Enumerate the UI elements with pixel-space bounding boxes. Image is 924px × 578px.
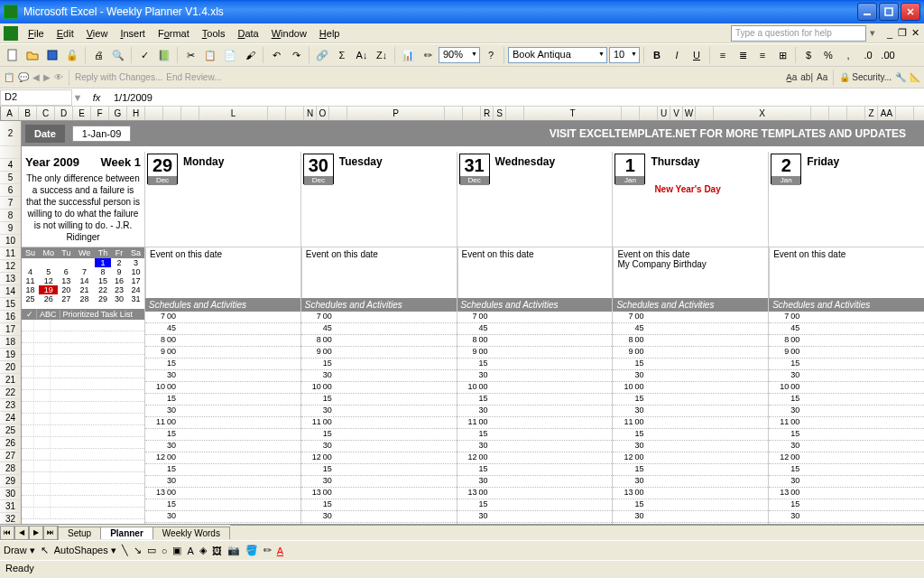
autoshapes-menu[interactable]: AutoShapes ▾ <box>54 545 116 556</box>
currency-icon[interactable]: $ <box>799 46 818 64</box>
col-header[interactable] <box>463 107 481 120</box>
tab-first-button[interactable]: ⏮ <box>0 526 14 540</box>
col-header[interactable] <box>163 107 181 120</box>
time-row[interactable]: 45 <box>457 323 613 335</box>
row-header[interactable]: 28 <box>0 462 21 475</box>
time-row[interactable]: 30 <box>457 441 613 452</box>
time-row[interactable]: 15 <box>613 499 768 511</box>
time-row[interactable]: 1200 <box>769 452 924 464</box>
time-row[interactable]: 30 <box>613 406 768 417</box>
diagram-icon[interactable]: ◈ <box>199 545 207 556</box>
col-header[interactable] <box>847 107 865 120</box>
time-row[interactable]: 15 <box>769 429 924 441</box>
minical-day[interactable]: 27 <box>58 294 74 303</box>
row-header[interactable]: 16 <box>0 311 21 323</box>
tab-weekly-words[interactable]: Weekly Words <box>152 527 230 539</box>
worksheet-content[interactable]: Date 1-Jan-09 VISIT EXCELTEMPLATE.NET FO… <box>22 121 924 524</box>
minical-day[interactable]: 25 <box>22 294 39 303</box>
minical-day[interactable]: 1 <box>95 258 111 267</box>
time-row[interactable]: 1000 <box>145 382 300 394</box>
new-icon[interactable] <box>4 46 22 64</box>
col-header[interactable]: N <box>304 107 317 120</box>
time-row[interactable]: 800 <box>457 335 613 347</box>
row-header[interactable] <box>0 146 21 159</box>
event-box[interactable]: Event on this date <box>301 247 457 298</box>
minical-day[interactable]: 10 <box>127 267 144 276</box>
time-row[interactable]: 30 <box>301 406 457 417</box>
align-left-icon[interactable]: ≡ <box>714 46 732 64</box>
align-center-icon[interactable]: ≣ <box>734 46 752 64</box>
next-comment-icon[interactable]: ▶ <box>43 72 51 82</box>
minical-day[interactable]: 29 <box>95 294 111 303</box>
row-header[interactable]: 7 <box>0 197 21 210</box>
time-row[interactable]: 700 <box>145 312 300 323</box>
copy-icon[interactable]: 📋 <box>201 46 219 64</box>
minical-day[interactable]: 22 <box>95 285 111 294</box>
time-row[interactable]: 1100 <box>613 417 768 429</box>
event-box[interactable]: Event on this date <box>457 247 613 298</box>
time-row[interactable]: 1300 <box>145 488 300 499</box>
italic-icon[interactable]: I <box>668 46 686 64</box>
time-row[interactable]: 15 <box>301 359 457 370</box>
time-row[interactable]: 1400 <box>769 523 924 524</box>
task-row[interactable] <box>22 496 144 508</box>
font-color-icon[interactable]: A <box>277 545 283 556</box>
cut-icon[interactable]: ✂ <box>181 46 199 64</box>
time-row[interactable]: 30 <box>301 370 457 382</box>
save-icon[interactable] <box>43 46 61 64</box>
col-header[interactable]: AA <box>878 107 896 120</box>
time-row[interactable]: 1000 <box>457 382 613 394</box>
minical-day[interactable]: 6 <box>58 267 74 276</box>
time-row[interactable]: 900 <box>769 347 924 359</box>
reply-changes-button[interactable]: Reply with Changes... <box>75 72 162 82</box>
time-row[interactable]: 30 <box>301 511 457 523</box>
time-row[interactable]: 1400 <box>145 523 300 524</box>
show-comment-icon[interactable]: 👁 <box>54 72 63 82</box>
time-row[interactable]: 15 <box>301 499 457 511</box>
row-header[interactable]: 9 <box>0 222 21 235</box>
time-row[interactable]: 1100 <box>769 417 924 429</box>
col-header[interactable] <box>896 107 914 120</box>
time-row[interactable]: 15 <box>301 429 457 441</box>
col-header[interactable]: H <box>127 107 145 120</box>
task-row[interactable] <box>22 484 144 496</box>
task-row[interactable] <box>22 390 144 402</box>
minical-day[interactable]: 12 <box>39 276 58 285</box>
time-row[interactable]: 30 <box>769 370 924 382</box>
close-button[interactable] <box>901 3 920 21</box>
col-header[interactable]: S <box>494 107 506 120</box>
wordart-icon[interactable]: A <box>187 545 193 556</box>
col-header[interactable] <box>696 107 714 120</box>
row-header[interactable]: 15 <box>0 298 21 311</box>
col-header[interactable] <box>145 107 163 120</box>
col-header[interactable]: A <box>1 107 19 120</box>
time-row[interactable]: 15 <box>145 499 300 511</box>
doc-minimize-button[interactable]: _ <box>884 24 895 42</box>
new-comment-icon[interactable]: 💬 <box>18 72 29 82</box>
time-row[interactable]: 15 <box>457 394 613 406</box>
time-row[interactable]: 700 <box>301 312 457 323</box>
row-header[interactable]: 32 <box>0 513 21 524</box>
tab-next-button[interactable]: ▶ <box>29 526 43 540</box>
row-header[interactable]: 11 <box>0 247 21 260</box>
chart-icon[interactable]: 📊 <box>399 46 417 64</box>
col-header[interactable]: C <box>37 107 55 120</box>
time-row[interactable]: 700 <box>769 312 924 323</box>
row-header[interactable]: 10 <box>0 235 21 247</box>
col-header[interactable] <box>329 107 347 120</box>
minical-day[interactable]: 26 <box>39 294 58 303</box>
minical-day[interactable]: 5 <box>39 267 58 276</box>
time-row[interactable]: 900 <box>613 347 768 359</box>
row-header[interactable]: 19 <box>0 349 21 361</box>
autosum-icon[interactable]: Σ <box>333 46 351 64</box>
spelling-icon[interactable]: ✓ <box>135 46 153 64</box>
font-name-select[interactable]: Book Antiqua <box>508 47 607 63</box>
col-header[interactable]: X <box>714 107 811 120</box>
menu-tools[interactable]: Tools <box>196 26 232 41</box>
time-row[interactable]: 15 <box>457 464 613 476</box>
paste-icon[interactable]: 📄 <box>221 46 239 64</box>
time-row[interactable]: 900 <box>145 347 300 359</box>
time-row[interactable]: 800 <box>301 335 457 347</box>
prev-comment-icon[interactable]: ◀ <box>32 72 40 82</box>
line-icon[interactable]: ╲ <box>122 545 128 556</box>
